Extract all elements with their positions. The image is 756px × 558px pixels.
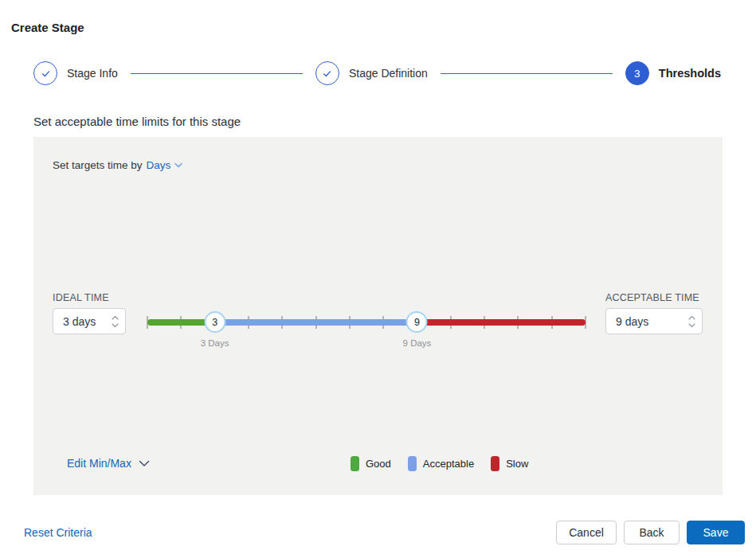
edit-minmax-label: Edit Min/Max [67,457,131,470]
acceptable-time-stepper[interactable] [688,315,695,327]
section-heading: Set acceptable time limits for this stag… [33,115,241,128]
chevron-up-icon [112,315,119,320]
legend-label: Good [366,458,391,470]
slider-segment-acceptable [215,319,417,326]
cancel-button[interactable]: Cancel [556,521,617,544]
step-number-badge: 3 [625,61,649,85]
legend-label: Slow [506,458,528,470]
acceptable-time-label: ACCEPTABLE TIME [605,292,699,303]
step-thresholds[interactable]: 3 Thresholds [625,61,721,85]
step-label: Stage Definition [349,67,428,80]
slider-legend: Good Acceptable Slow [351,456,528,471]
acceptable-time-value: 9 days [616,315,648,328]
handle-value: 9 [414,317,420,328]
reset-criteria-link[interactable]: Reset Criteria [24,526,92,539]
acceptable-swatch-icon [408,456,417,471]
unit-dropdown[interactable]: Days [147,159,183,171]
check-circle-icon [33,61,57,85]
handle-value: 3 [212,317,217,328]
targets-prefix-label: Set targets time by [53,159,143,171]
set-targets-row: Set targets time by Days [53,159,182,171]
ideal-time-label: IDEAL TIME [53,292,109,303]
slider-segment-slow [417,319,586,326]
create-stage-dialog: Create Stage Stage Info Stage Definition… [0,0,756,558]
legend-label: Acceptable [423,458,474,470]
legend-item-slow: Slow [491,456,528,471]
legend-item-acceptable: Acceptable [408,456,474,471]
thresholds-panel: Set targets time by Days IDEAL TIME 3 da… [33,137,723,495]
save-button[interactable]: Save [687,521,745,544]
step-stage-info[interactable]: Stage Info [33,61,118,85]
handle-label-ideal: 3 Days [201,338,229,348]
chevron-down-icon [688,322,695,327]
chevron-down-icon [112,322,119,327]
step-label: Stage Info [67,67,118,80]
chevron-down-icon [174,162,182,168]
unit-dropdown-value: Days [147,159,171,171]
check-circle-icon [315,61,339,85]
acceptable-time-input[interactable]: 9 days [605,308,703,334]
wizard-stepper: Stage Info Stage Definition 3 Thresholds [33,61,721,85]
slow-swatch-icon [491,456,499,471]
handle-label-acceptable: 9 Days [403,338,432,348]
ideal-time-input[interactable]: 3 days [53,308,126,334]
ideal-time-stepper[interactable] [112,315,119,327]
footer-actions: Cancel Back Save [556,521,745,544]
step-stage-definition[interactable]: Stage Definition [315,61,428,85]
step-label: Thresholds [659,67,721,80]
edit-minmax-link[interactable]: Edit Min/Max [67,457,150,470]
good-swatch-icon [351,456,359,471]
back-button[interactable]: Back [624,521,680,544]
stepper-connector [131,73,303,74]
chevron-up-icon [688,315,695,320]
slider-handle-ideal[interactable]: 3 [204,311,225,333]
legend-item-good: Good [351,456,391,471]
ideal-time-value: 3 days [63,315,96,328]
slider-handle-acceptable[interactable]: 9 [406,311,428,333]
stepper-connector [441,73,613,74]
threshold-slider: 3 9 3 Days 9 Days [147,311,586,356]
chevron-down-icon [139,460,150,467]
page-title: Create Stage [11,21,84,34]
